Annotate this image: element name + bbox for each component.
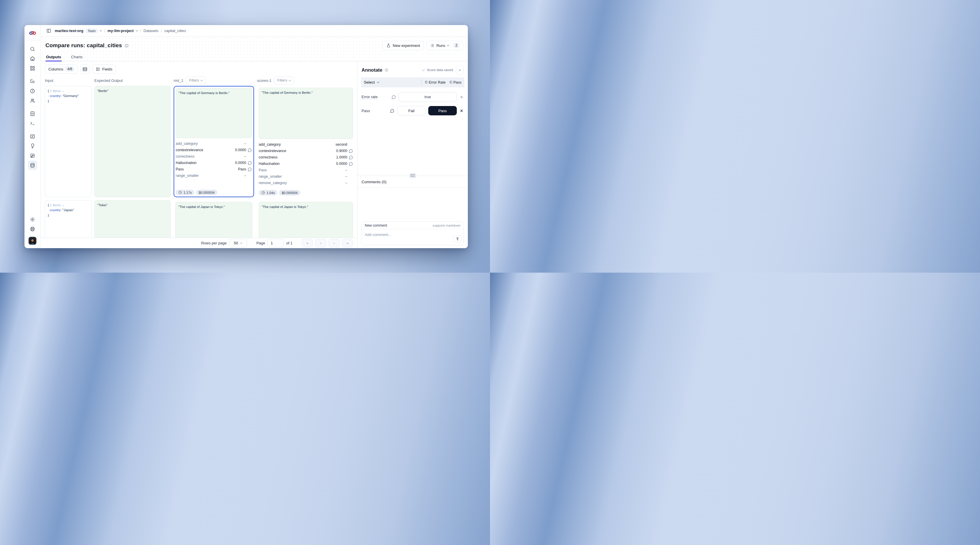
comment-icon[interactable] <box>391 95 396 99</box>
column-header-expected-output: Expected Output <box>94 78 171 83</box>
drag-handle[interactable] <box>409 173 416 178</box>
run-output-cell[interactable]: "The capital of Germany is Berlin." add_… <box>257 86 355 197</box>
sidebar-item-datasets[interactable] <box>28 160 37 170</box>
score-row: Pass– <box>259 167 353 173</box>
score-row: PassPass <box>176 166 252 172</box>
previous-page-button[interactable]: ‹ <box>315 239 326 247</box>
sidebar-item-evaluation[interactable] <box>28 132 37 141</box>
sidebar-item-prompts[interactable] <box>28 109 37 119</box>
score-value-input[interactable]: true <box>399 92 457 102</box>
row-height-button[interactable] <box>80 64 90 74</box>
info-icon[interactable] <box>124 43 129 48</box>
score-name: Hallucination <box>176 161 197 165</box>
score-name-label: Pass <box>361 109 370 113</box>
filters-button-run-2[interactable]: Filters <box>274 76 294 84</box>
input-cell[interactable]: { 1 Items ⌄ country: "Germany" } <box>45 86 91 197</box>
breadcrumb-datasets[interactable]: Datasets <box>144 29 159 33</box>
page-label: Page <box>256 241 265 245</box>
sidebar-item-playground[interactable] <box>28 119 37 128</box>
score-chip-error-rate[interactable]: ©Error Rate <box>425 80 446 84</box>
sidebar-item-tracing[interactable] <box>28 76 37 86</box>
search-icon <box>30 46 35 52</box>
logo-knot-icon <box>29 30 37 35</box>
score-value: – <box>345 181 353 185</box>
table-row: { 1 Items ⌄ country: "Japan" } "Tokio" "… <box>41 200 357 238</box>
run-output-cell[interactable]: "The capital of Japan is Tokyo." <box>257 200 355 238</box>
score-select-dropdown[interactable]: Select <box>364 80 379 84</box>
sidebar-item-annotation-queues[interactable] <box>28 151 37 160</box>
score-value: 0.9000 <box>336 149 353 153</box>
score-row: contextrelevance0.9000 <box>259 148 353 154</box>
score-value: – <box>244 180 252 181</box>
panel-resize-divider <box>358 176 468 176</box>
page-title: Compare runs: capital_cities <box>45 42 122 49</box>
sidebar-item-sessions[interactable] <box>28 86 37 96</box>
input-cell[interactable]: { 1 Items ⌄ country: "Japan" } <box>45 200 91 238</box>
score-option-fail[interactable]: Fail <box>397 106 426 115</box>
sidebar-item-dashboards[interactable] <box>28 64 37 73</box>
sidebar-item-support[interactable] <box>28 224 37 234</box>
comment-icon[interactable] <box>248 161 252 165</box>
file-code-icon <box>30 111 35 116</box>
lightbulb-icon <box>30 143 35 149</box>
score-name: remove_category <box>259 181 287 185</box>
remove-score-button[interactable]: ✕ <box>460 94 464 100</box>
users-icon <box>30 98 35 103</box>
tab-charts[interactable]: Charts <box>70 52 83 61</box>
dashboard-grid-icon <box>30 65 35 71</box>
score-name: contextrelevance <box>176 148 203 152</box>
comment-icon[interactable] <box>349 162 353 166</box>
sidebar-toggle-button[interactable] <box>45 27 52 35</box>
collapse-panel-button[interactable]: › <box>456 65 464 75</box>
sidebar-item-users[interactable] <box>28 96 37 105</box>
breadcrumb-org[interactable]: marlies-test-org <box>55 29 83 33</box>
score-option-pass-selected[interactable]: Pass <box>428 106 457 115</box>
comment-icon[interactable] <box>248 167 252 172</box>
remove-score-button[interactable]: ✕ <box>460 108 464 114</box>
next-page-button[interactable]: › <box>329 239 340 247</box>
expected-output-cell[interactable]: "Tokio" <box>94 200 171 238</box>
score-value: – <box>345 175 353 179</box>
divider <box>24 40 40 40</box>
page-number-input[interactable]: 1 <box>267 239 284 247</box>
clock-icon <box>178 191 182 194</box>
columns-button[interactable]: Columns 4/6 <box>45 64 78 74</box>
app-logo[interactable] <box>28 28 37 38</box>
first-page-button[interactable]: « <box>302 239 313 247</box>
comment-filled-icon[interactable] <box>390 109 395 113</box>
cost-chip: $0.000004 <box>196 190 217 195</box>
submit-comment-button[interactable] <box>453 235 461 243</box>
breadcrumb-dataset-name[interactable]: capital_cities <box>164 29 186 33</box>
comment-input[interactable]: Add comment... <box>362 229 463 245</box>
comment-icon[interactable] <box>349 149 353 153</box>
rows-per-page-select[interactable]: 50 <box>229 239 247 247</box>
tab-outputs[interactable]: Outputs <box>45 52 62 61</box>
sidebar-item-home[interactable] <box>28 54 37 64</box>
run-output-cell[interactable]: "The capital of Japan is Tokyo." <box>173 200 254 238</box>
breadcrumb: marlies-test-org Team / my-llm-project /… <box>41 25 468 37</box>
chevron-down-icon[interactable] <box>100 29 102 32</box>
filters-button-run-1[interactable]: Filters <box>186 76 206 84</box>
new-experiment-button[interactable]: New experiment <box>382 41 424 50</box>
comment-icon[interactable] <box>349 155 353 160</box>
columns-count-badge: 4/6 <box>65 67 74 72</box>
last-page-button[interactable]: » <box>342 239 353 247</box>
breadcrumb-project[interactable]: my-llm-project <box>108 29 134 33</box>
categorical-score-icon: © <box>450 80 452 84</box>
score-value: Pass <box>238 167 252 172</box>
comment-icon[interactable] <box>248 148 252 153</box>
sidebar-item-settings[interactable] <box>28 215 37 224</box>
sidebar-item-llm-judge[interactable] <box>28 141 37 151</box>
breadcrumb-separator: / <box>140 29 141 33</box>
score-row: range_smaller– <box>176 172 252 179</box>
fields-button[interactable]: Fields <box>92 64 116 74</box>
info-icon[interactable] <box>385 68 388 72</box>
expected-output-cell[interactable]: "Berlin" <box>94 86 171 197</box>
user-avatar[interactable] <box>29 237 37 245</box>
runs-selector-button[interactable]: Runs 2 <box>426 41 463 50</box>
run-output-cell-selected[interactable]: "The capital of Germany is Berlin." add_… <box>173 86 254 197</box>
chevron-down-icon[interactable] <box>135 29 138 32</box>
annotate-panel: Annotate Score data saved › Select ©Erro… <box>357 62 468 248</box>
sidebar-item-search[interactable] <box>28 44 37 54</box>
score-chip-pass[interactable]: ©Pass <box>450 80 461 84</box>
